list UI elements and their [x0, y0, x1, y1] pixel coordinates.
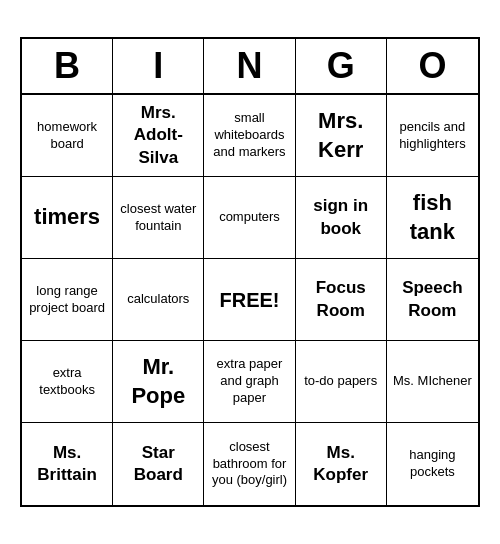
bingo-cell-0: homework board: [22, 95, 113, 177]
bingo-cell-20: Ms. Brittain: [22, 423, 113, 505]
bingo-cell-18: to-do papers: [296, 341, 387, 423]
bingo-header: BINGO: [22, 39, 478, 95]
bingo-cell-23: Ms. Kopfer: [296, 423, 387, 505]
bingo-cell-9: fish tank: [387, 177, 478, 259]
bingo-cell-14: Speech Room: [387, 259, 478, 341]
bingo-letter-g: G: [296, 39, 387, 93]
bingo-cell-5: timers: [22, 177, 113, 259]
bingo-cell-11: calculators: [113, 259, 204, 341]
bingo-cell-22: closest bathroom for you (boy/girl): [204, 423, 295, 505]
bingo-cell-16: Mr. Pope: [113, 341, 204, 423]
bingo-letter-n: N: [204, 39, 295, 93]
bingo-cell-6: closest water fountain: [113, 177, 204, 259]
bingo-cell-2: small whiteboards and markers: [204, 95, 295, 177]
bingo-cell-13: Focus Room: [296, 259, 387, 341]
bingo-cell-7: computers: [204, 177, 295, 259]
bingo-cell-4: pencils and highlighters: [387, 95, 478, 177]
bingo-letter-o: O: [387, 39, 478, 93]
bingo-cell-19: Ms. MIchener: [387, 341, 478, 423]
bingo-letter-i: I: [113, 39, 204, 93]
bingo-cell-21: Star Board: [113, 423, 204, 505]
bingo-cell-1: Mrs. Adolt-Silva: [113, 95, 204, 177]
bingo-grid: homework boardMrs. Adolt-Silvasmall whit…: [22, 95, 478, 505]
bingo-cell-24: hanging pockets: [387, 423, 478, 505]
bingo-cell-12: FREE!: [204, 259, 295, 341]
bingo-cell-3: Mrs. Kerr: [296, 95, 387, 177]
bingo-cell-10: long range project board: [22, 259, 113, 341]
bingo-cell-17: extra paper and graph paper: [204, 341, 295, 423]
bingo-letter-b: B: [22, 39, 113, 93]
bingo-card: BINGO homework boardMrs. Adolt-Silvasmal…: [20, 37, 480, 507]
bingo-cell-8: sign in book: [296, 177, 387, 259]
bingo-cell-15: extra textbooks: [22, 341, 113, 423]
